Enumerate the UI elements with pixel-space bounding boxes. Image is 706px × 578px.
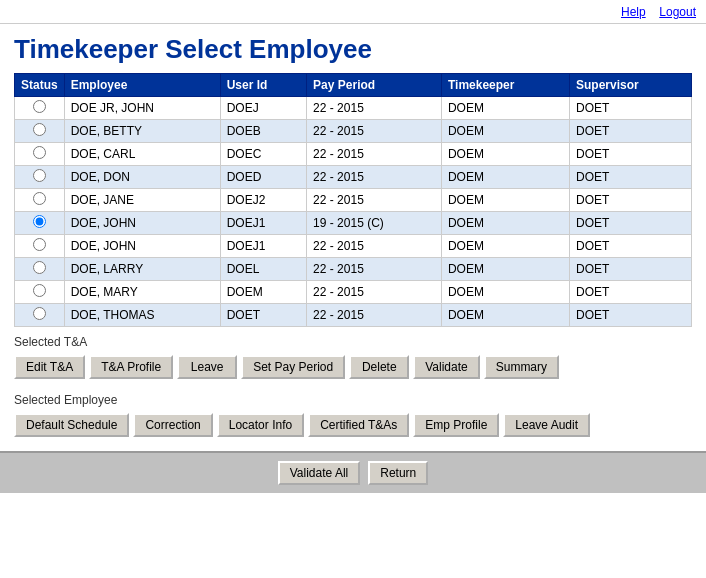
payperiod-cell: 19 - 2015 (C) xyxy=(307,212,442,235)
employee-radio[interactable] xyxy=(33,100,46,113)
radio-cell[interactable] xyxy=(15,212,65,235)
emp-btn-emp-profile[interactable]: Emp Profile xyxy=(413,413,499,437)
col-employee: Employee xyxy=(64,74,220,97)
emp-btn-default-schedule[interactable]: Default Schedule xyxy=(14,413,129,437)
supervisor-cell: DOET xyxy=(570,304,692,327)
col-timekeeper: Timekeeper xyxy=(441,74,569,97)
col-payperiod: Pay Period xyxy=(307,74,442,97)
payperiod-cell: 22 - 2015 xyxy=(307,258,442,281)
supervisor-cell: DOET xyxy=(570,166,692,189)
payperiod-cell: 22 - 2015 xyxy=(307,281,442,304)
table-row[interactable]: DOE, CARLDOEC22 - 2015DOEMDOET xyxy=(15,143,692,166)
selected-employee-label: Selected Employee xyxy=(0,385,706,411)
ta-btn-edit-t-a[interactable]: Edit T&A xyxy=(14,355,85,379)
employee-radio[interactable] xyxy=(33,169,46,182)
payperiod-cell: 22 - 2015 xyxy=(307,120,442,143)
ta-button-row: Edit T&AT&A ProfileLeaveSet Pay PeriodDe… xyxy=(0,353,706,385)
ta-btn-set-pay-period[interactable]: Set Pay Period xyxy=(241,355,345,379)
timekeeper-cell: DOEM xyxy=(441,258,569,281)
timekeeper-cell: DOEM xyxy=(441,97,569,120)
timekeeper-cell: DOEM xyxy=(441,281,569,304)
radio-cell[interactable] xyxy=(15,189,65,212)
payperiod-cell: 22 - 2015 xyxy=(307,189,442,212)
supervisor-cell: DOET xyxy=(570,97,692,120)
employee-cell: DOE, JANE xyxy=(64,189,220,212)
userid-cell: DOEJ1 xyxy=(220,212,306,235)
supervisor-cell: DOET xyxy=(570,235,692,258)
timekeeper-cell: DOEM xyxy=(441,189,569,212)
supervisor-cell: DOET xyxy=(570,120,692,143)
employee-cell: DOE, THOMAS xyxy=(64,304,220,327)
userid-cell: DOEB xyxy=(220,120,306,143)
userid-cell: DOEJ2 xyxy=(220,189,306,212)
ta-btn-leave[interactable]: Leave xyxy=(177,355,237,379)
supervisor-cell: DOET xyxy=(570,258,692,281)
userid-cell: DOEL xyxy=(220,258,306,281)
radio-cell[interactable] xyxy=(15,120,65,143)
emp-btn-certified-t-as[interactable]: Certified T&As xyxy=(308,413,409,437)
timekeeper-cell: DOEM xyxy=(441,235,569,258)
radio-cell[interactable] xyxy=(15,235,65,258)
userid-cell: DOEJ1 xyxy=(220,235,306,258)
table-row[interactable]: DOE, JANEDOEJ222 - 2015DOEMDOET xyxy=(15,189,692,212)
table-row[interactable]: DOE JR, JOHNDOEJ22 - 2015DOEMDOET xyxy=(15,97,692,120)
supervisor-cell: DOET xyxy=(570,281,692,304)
table-row[interactable]: DOE, LARRYDOEL22 - 2015DOEMDOET xyxy=(15,258,692,281)
ta-btn-t-a-profile[interactable]: T&A Profile xyxy=(89,355,173,379)
employee-cell: DOE, CARL xyxy=(64,143,220,166)
emp-button-row: Default ScheduleCorrectionLocator InfoCe… xyxy=(0,411,706,443)
table-row[interactable]: DOE, JOHNDOEJ122 - 2015DOEMDOET xyxy=(15,235,692,258)
col-userid: User Id xyxy=(220,74,306,97)
bottom-btn-return[interactable]: Return xyxy=(368,461,428,485)
employee-radio[interactable] xyxy=(33,146,46,159)
payperiod-cell: 22 - 2015 xyxy=(307,235,442,258)
timekeeper-cell: DOEM xyxy=(441,304,569,327)
employee-cell: DOE, JOHN xyxy=(64,235,220,258)
ta-btn-validate[interactable]: Validate xyxy=(413,355,479,379)
payperiod-cell: 22 - 2015 xyxy=(307,304,442,327)
userid-cell: DOEJ xyxy=(220,97,306,120)
userid-cell: DOED xyxy=(220,166,306,189)
radio-cell[interactable] xyxy=(15,304,65,327)
timekeeper-cell: DOEM xyxy=(441,120,569,143)
radio-cell[interactable] xyxy=(15,97,65,120)
radio-cell[interactable] xyxy=(15,143,65,166)
employee-radio[interactable] xyxy=(33,123,46,136)
radio-cell[interactable] xyxy=(15,166,65,189)
table-row[interactable]: DOE, DONDOED22 - 2015DOEMDOET xyxy=(15,166,692,189)
table-row[interactable]: DOE, JOHNDOEJ119 - 2015 (C)DOEMDOET xyxy=(15,212,692,235)
employee-radio[interactable] xyxy=(33,307,46,320)
employee-radio[interactable] xyxy=(33,238,46,251)
timekeeper-cell: DOEM xyxy=(441,166,569,189)
employee-radio[interactable] xyxy=(33,192,46,205)
logout-link[interactable]: Logout xyxy=(659,5,696,19)
col-status: Status xyxy=(15,74,65,97)
ta-btn-delete[interactable]: Delete xyxy=(349,355,409,379)
emp-btn-leave-audit[interactable]: Leave Audit xyxy=(503,413,590,437)
employee-radio[interactable] xyxy=(33,284,46,297)
payperiod-cell: 22 - 2015 xyxy=(307,143,442,166)
bottom-btn-validate-all[interactable]: Validate All xyxy=(278,461,360,485)
employee-radio[interactable] xyxy=(33,261,46,274)
col-supervisor: Supervisor xyxy=(570,74,692,97)
ta-btn-summary[interactable]: Summary xyxy=(484,355,559,379)
emp-btn-locator-info[interactable]: Locator Info xyxy=(217,413,304,437)
radio-cell[interactable] xyxy=(15,258,65,281)
table-row[interactable]: DOE, THOMASDOET22 - 2015DOEMDOET xyxy=(15,304,692,327)
table-row[interactable]: DOE, BETTYDOEB22 - 2015DOEMDOET xyxy=(15,120,692,143)
table-header-row: Status Employee User Id Pay Period Timek… xyxy=(15,74,692,97)
timekeeper-cell: DOEM xyxy=(441,143,569,166)
employee-cell: DOE, MARY xyxy=(64,281,220,304)
table-body: DOE JR, JOHNDOEJ22 - 2015DOEMDOETDOE, BE… xyxy=(15,97,692,327)
supervisor-cell: DOET xyxy=(570,212,692,235)
payperiod-cell: 22 - 2015 xyxy=(307,166,442,189)
help-link[interactable]: Help xyxy=(621,5,646,19)
employee-radio[interactable] xyxy=(33,215,46,228)
table-row[interactable]: DOE, MARYDOEM22 - 2015DOEMDOET xyxy=(15,281,692,304)
radio-cell[interactable] xyxy=(15,281,65,304)
bottom-bar: Validate AllReturn xyxy=(0,451,706,493)
employee-cell: DOE, JOHN xyxy=(64,212,220,235)
payperiod-cell: 22 - 2015 xyxy=(307,97,442,120)
emp-btn-correction[interactable]: Correction xyxy=(133,413,212,437)
userid-cell: DOEC xyxy=(220,143,306,166)
